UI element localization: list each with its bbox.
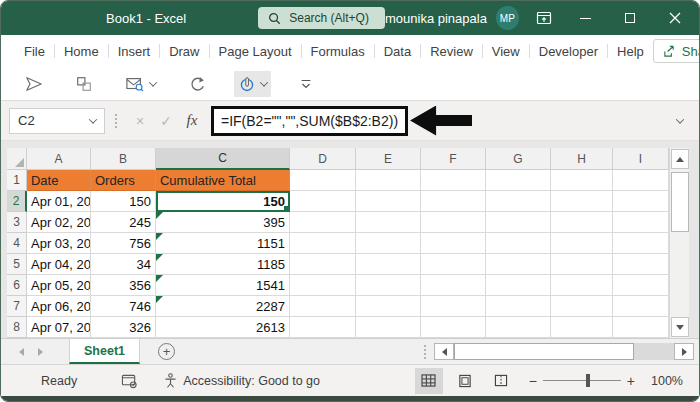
empty-cell[interactable] [290,254,356,275]
empty-cell[interactable] [486,170,551,191]
scroll-right-icon[interactable] [674,343,694,360]
scroll-down-icon[interactable] [671,317,689,337]
empty-cell[interactable] [613,317,669,338]
account-name[interactable]: mounika pinapala [385,11,487,26]
tab-data[interactable]: Data [375,35,420,67]
zoom-level[interactable]: 100% [651,374,683,388]
row-header[interactable]: 8 [7,317,27,338]
zoom-slider[interactable] [543,374,621,388]
row-header[interactable]: 7 [7,296,27,317]
zoom-slider-thumb[interactable] [586,374,590,387]
column-header-c[interactable]: C [156,148,290,170]
row-header[interactable]: 1 [7,170,27,191]
avatar[interactable]: MP [496,6,519,30]
empty-cell[interactable] [356,233,421,254]
cell-a2[interactable]: Apr 01, 20 [27,191,91,212]
sheet-tab-sheet1[interactable]: Sheet1 [69,339,140,364]
macro-record-icon[interactable] [121,373,138,389]
cell-a8[interactable]: Apr 07, 20 [27,317,91,338]
empty-cell[interactable] [486,254,551,275]
empty-cell[interactable] [551,191,613,212]
cell-b2[interactable]: 150 [91,191,156,212]
vertical-scroll-thumb[interactable] [671,172,689,232]
cell-c3[interactable]: 395 [156,212,290,233]
empty-cell[interactable] [356,254,421,275]
tab-view[interactable]: View [483,35,529,67]
name-box[interactable]: C2 [9,108,105,134]
empty-cell[interactable] [613,296,669,317]
empty-cell[interactable] [551,233,613,254]
empty-cell[interactable] [356,212,421,233]
send-icon[interactable] [21,71,47,97]
row-header[interactable]: 2 [7,191,27,212]
close-button[interactable] [666,8,685,28]
cell-c5[interactable]: 1185 [156,254,290,275]
empty-cell[interactable] [421,191,486,212]
cell-a6[interactable]: Apr 05, 20 [27,275,91,296]
empty-cell[interactable] [486,317,551,338]
cell-a5[interactable]: Apr 04, 20 [27,254,91,275]
zoom-in-button[interactable]: + [621,373,641,389]
empty-cell[interactable] [421,212,486,233]
cell-b5[interactable]: 34 [91,254,156,275]
empty-cell[interactable] [356,170,421,191]
next-sheet-icon[interactable] [38,348,43,356]
new-sheet-button[interactable]: + [158,343,175,360]
cell-a7[interactable]: Apr 06, 20 [27,296,91,317]
empty-cell[interactable] [551,317,613,338]
empty-cell[interactable] [421,275,486,296]
horizontal-scrollbar[interactable] [434,343,694,360]
cell-c7[interactable]: 2287 [156,296,290,317]
cell-c8[interactable]: 2613 [156,317,290,338]
empty-cell[interactable] [356,191,421,212]
cell-b1[interactable]: Orders [91,170,156,191]
zoom-out-button[interactable]: − [523,373,543,389]
row-header[interactable]: 6 [7,275,27,296]
empty-cell[interactable] [613,275,669,296]
page-layout-view-icon[interactable] [451,368,479,394]
prev-sheet-icon[interactable] [19,348,24,356]
cell-c6[interactable]: 1541 [156,275,290,296]
column-header-i[interactable]: I [613,148,669,170]
row-header[interactable]: 5 [7,254,27,275]
column-header-b[interactable]: B [91,148,156,170]
empty-cell[interactable] [551,296,613,317]
expand-formula-bar-icon[interactable] [676,115,684,123]
column-header-h[interactable]: H [551,148,613,170]
empty-cell[interactable] [290,170,356,191]
column-header-g[interactable]: G [486,148,551,170]
empty-cell[interactable] [290,296,356,317]
empty-cell[interactable] [290,317,356,338]
empty-cell[interactable] [486,233,551,254]
empty-cell[interactable] [290,233,356,254]
cell-a3[interactable]: Apr 02, 20 [27,212,91,233]
tab-page-layout[interactable]: Page Layout [210,35,301,67]
empty-cell[interactable] [356,317,421,338]
mail-search-icon[interactable] [121,71,160,97]
formula-input[interactable]: =IF(B2="","",SUM($B$2:B2)) [205,101,689,141]
empty-cell[interactable] [421,254,486,275]
empty-cell[interactable] [613,233,669,254]
row-header[interactable]: 3 [7,212,27,233]
search-box[interactable]: Search (Alt+Q) [258,7,385,29]
empty-cell[interactable] [421,317,486,338]
empty-cell[interactable] [613,191,669,212]
minimize-button[interactable] [576,8,595,28]
cell-b7[interactable]: 746 [91,296,156,317]
tab-file[interactable]: File [15,35,54,67]
cell-a1[interactable]: Date [27,170,91,191]
empty-cell[interactable] [613,212,669,233]
select-all-corner[interactable] [7,148,27,170]
scroll-left-icon[interactable] [434,343,454,360]
touch-mode-icon[interactable] [234,71,271,97]
empty-cell[interactable] [551,275,613,296]
empty-cell[interactable] [551,170,613,191]
page-break-preview-icon[interactable] [487,368,515,394]
cancel-icon[interactable]: × [127,113,153,129]
empty-cell[interactable] [290,275,356,296]
empty-cell[interactable] [290,212,356,233]
column-header-f[interactable]: F [421,148,486,170]
share-button[interactable]: Share [653,39,700,63]
cell-b6[interactable]: 356 [91,275,156,296]
cell-a4[interactable]: Apr 03, 20 [27,233,91,254]
